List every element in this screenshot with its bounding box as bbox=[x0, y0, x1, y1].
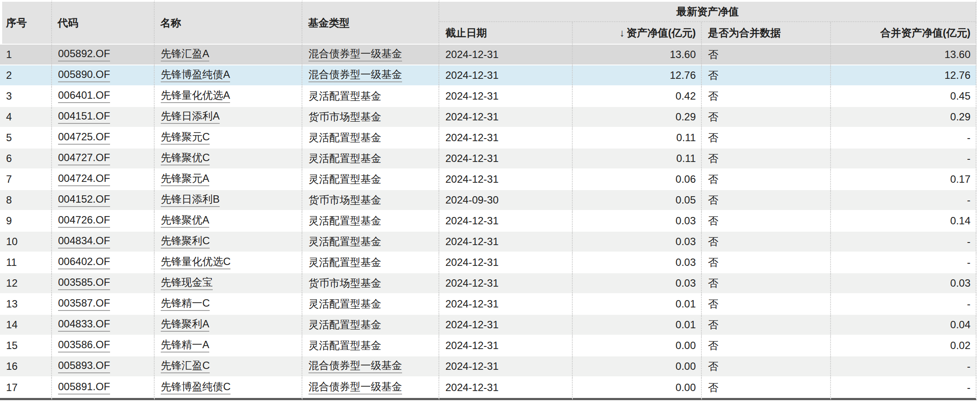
table-row[interactable]: 4 004151.OF 先锋日添利A 货币市场型基金 2024-12-31 0.… bbox=[0, 107, 977, 128]
fund-name-link[interactable]: 先锋聚元C bbox=[161, 131, 210, 145]
fund-name-cell: 先锋精一C bbox=[155, 294, 302, 315]
fund-type-text[interactable]: 混合债券型一级基金 bbox=[308, 48, 402, 62]
merged-nav-cell: - bbox=[831, 377, 977, 400]
is-merged-cell: 否 bbox=[702, 169, 831, 190]
fund-code-link[interactable]: 006402.OF bbox=[58, 255, 110, 270]
table-row[interactable]: 6 004727.OF 先锋聚优C 灵活配置型基金 2024-12-31 0.1… bbox=[0, 149, 977, 169]
fund-name-link[interactable]: 先锋汇盈A bbox=[161, 48, 209, 62]
end-date-cell: 2024-12-31 bbox=[439, 356, 573, 377]
fund-code-link[interactable]: 003585.OF bbox=[58, 276, 110, 291]
table-row[interactable]: 13 003587.OF 先锋精一C 灵活配置型基金 2024-12-31 0.… bbox=[0, 294, 977, 315]
fund-name-link[interactable]: 先锋汇盈C bbox=[161, 359, 210, 374]
table-row[interactable]: 9 004726.OF 先锋聚优A 灵活配置型基金 2024-12-31 0.0… bbox=[0, 211, 977, 232]
fund-name-cell: 先锋聚优A bbox=[155, 211, 302, 232]
table-row[interactable]: 17 005891.OF 先锋博盈纯债C 混合债券型一级基金 2024-12-3… bbox=[0, 377, 977, 400]
is-merged-cell: 否 bbox=[702, 149, 831, 169]
fund-code-link[interactable]: 004727.OF bbox=[58, 152, 110, 166]
fund-name-link[interactable]: 先锋日添利B bbox=[161, 193, 220, 207]
table-row[interactable]: 1 005892.OF 先锋汇盈A 混合债券型一级基金 2024-12-31 1… bbox=[0, 45, 977, 65]
fund-name-link[interactable]: 先锋聚优A bbox=[161, 214, 209, 228]
is-merged-cell: 否 bbox=[702, 336, 831, 356]
end-date-cell: 2024-12-31 bbox=[439, 86, 573, 107]
fund-code-link[interactable]: 005892.OF bbox=[58, 48, 110, 62]
table-row[interactable]: 16 005893.OF 先锋汇盈C 混合债券型一级基金 2024-12-31 … bbox=[0, 356, 977, 377]
fund-code-cell: 003585.OF bbox=[52, 273, 155, 294]
fund-type-text[interactable]: 混合债券型一级基金 bbox=[308, 381, 402, 395]
fund-type-text[interactable]: 混合债券型一级基金 bbox=[308, 68, 402, 83]
fund-code-link[interactable]: 004724.OF bbox=[58, 172, 110, 187]
table-row[interactable]: 15 003586.OF 先锋精一A 灵活配置型基金 2024-12-31 0.… bbox=[0, 336, 977, 356]
fund-name-link[interactable]: 先锋博盈纯债C bbox=[161, 381, 230, 395]
end-date-cell: 2024-12-31 bbox=[439, 128, 573, 149]
table-row[interactable]: 7 004724.OF 先锋聚元A 灵活配置型基金 2024-12-31 0.0… bbox=[0, 169, 977, 190]
fund-code-link[interactable]: 004833.OF bbox=[58, 318, 110, 332]
fund-name-link[interactable]: 先锋日添利A bbox=[161, 110, 220, 124]
column-header-nav[interactable]: ↓资产净值(亿元) bbox=[573, 22, 702, 45]
nav-value-cell: 0.11 bbox=[573, 149, 702, 169]
fund-name-link[interactable]: 先锋精一A bbox=[161, 339, 209, 353]
table-row[interactable]: 5 004725.OF 先锋聚元C 灵活配置型基金 2024-12-31 0.1… bbox=[0, 128, 977, 149]
fund-name-link[interactable]: 先锋量化优选A bbox=[161, 89, 230, 103]
is-merged-cell: 否 bbox=[702, 190, 831, 211]
fund-code-cell: 005892.OF bbox=[52, 45, 155, 65]
table-body: 1 005892.OF 先锋汇盈A 混合债券型一级基金 2024-12-31 1… bbox=[0, 45, 977, 400]
nav-value-cell: 0.00 bbox=[573, 336, 702, 356]
merged-nav-cell: 0.04 bbox=[831, 315, 977, 336]
fund-name-link[interactable]: 先锋量化优选C bbox=[161, 255, 230, 270]
fund-type-text: 灵活配置型基金 bbox=[308, 319, 381, 330]
table-row[interactable]: 11 006402.OF 先锋量化优选C 灵活配置型基金 2024-12-31 … bbox=[0, 252, 977, 273]
row-index-cell: 10 bbox=[0, 232, 52, 252]
fund-type-text: 灵活配置型基金 bbox=[308, 236, 381, 247]
table-row[interactable]: 10 004834.OF 先锋聚利C 灵活配置型基金 2024-12-31 0.… bbox=[0, 232, 977, 252]
fund-name-link[interactable]: 先锋博盈纯债A bbox=[161, 68, 230, 83]
fund-code-link[interactable]: 005893.OF bbox=[58, 359, 110, 374]
table-row[interactable]: 14 004833.OF 先锋聚利A 灵活配置型基金 2024-12-31 0.… bbox=[0, 315, 977, 336]
fund-type-cell: 灵活配置型基金 bbox=[302, 336, 439, 356]
fund-type-text: 货币市场型基金 bbox=[308, 194, 381, 206]
fund-code-link[interactable]: 004726.OF bbox=[58, 214, 110, 228]
merged-nav-cell: - bbox=[831, 232, 977, 252]
column-header-merged-nav[interactable]: 合并资产净值(亿元) bbox=[831, 22, 977, 45]
column-header-end-date[interactable]: 截止日期 bbox=[439, 22, 573, 45]
is-merged-cell: 否 bbox=[702, 65, 831, 86]
nav-value-cell: 0.11 bbox=[573, 128, 702, 149]
fund-code-link[interactable]: 003587.OF bbox=[58, 297, 110, 311]
fund-name-link[interactable]: 先锋聚利A bbox=[161, 318, 209, 332]
nav-value-cell: 12.76 bbox=[573, 65, 702, 86]
merged-nav-cell: - bbox=[831, 356, 977, 377]
fund-name-link[interactable]: 先锋聚优C bbox=[161, 152, 210, 166]
fund-type-cell: 混合债券型一级基金 bbox=[302, 356, 439, 377]
end-date-cell: 2024-09-30 bbox=[439, 190, 573, 211]
fund-code-link[interactable]: 005891.OF bbox=[58, 381, 110, 395]
column-header-name[interactable]: 名称 bbox=[155, 0, 302, 45]
table-row[interactable]: 2 005890.OF 先锋博盈纯债A 混合债券型一级基金 2024-12-31… bbox=[0, 65, 977, 86]
table-row[interactable]: 3 006401.OF 先锋量化优选A 灵活配置型基金 2024-12-31 0… bbox=[0, 86, 977, 107]
fund-code-link[interactable]: 004151.OF bbox=[58, 110, 110, 124]
fund-name-link[interactable]: 先锋聚利C bbox=[161, 235, 210, 249]
fund-code-link[interactable]: 005890.OF bbox=[58, 68, 110, 83]
merged-nav-cell: - bbox=[831, 294, 977, 315]
fund-name-link[interactable]: 先锋聚元A bbox=[161, 172, 209, 187]
table-row[interactable]: 8 004152.OF 先锋日添利B 货币市场型基金 2024-09-30 0.… bbox=[0, 190, 977, 211]
fund-type-text[interactable]: 混合债券型一级基金 bbox=[308, 359, 402, 374]
column-header-is-merged[interactable]: 是否为合并数据 bbox=[702, 22, 831, 45]
is-merged-cell: 否 bbox=[702, 211, 831, 232]
fund-code-link[interactable]: 006401.OF bbox=[58, 89, 110, 103]
fund-code-link[interactable]: 004152.OF bbox=[58, 193, 110, 207]
fund-code-link[interactable]: 004834.OF bbox=[58, 235, 110, 249]
fund-type-text: 货币市场型基金 bbox=[308, 111, 381, 123]
fund-name-cell: 先锋量化优选A bbox=[155, 86, 302, 107]
column-header-code[interactable]: 代码 bbox=[52, 0, 155, 45]
fund-type-cell: 混合债券型一级基金 bbox=[302, 45, 439, 65]
fund-name-link[interactable]: 先锋精一C bbox=[161, 297, 210, 311]
merged-nav-cell: 0.29 bbox=[831, 107, 977, 128]
row-index-cell: 7 bbox=[0, 169, 52, 190]
fund-code-link[interactable]: 004725.OF bbox=[58, 131, 110, 145]
fund-name-link[interactable]: 先锋现金宝 bbox=[161, 276, 213, 291]
end-date-cell: 2024-12-31 bbox=[439, 65, 573, 86]
column-header-type[interactable]: 基金类型 bbox=[302, 0, 439, 45]
table-row[interactable]: 12 003585.OF 先锋现金宝 货币市场型基金 2024-12-31 0.… bbox=[0, 273, 977, 294]
fund-name-cell: 先锋聚利A bbox=[155, 315, 302, 336]
row-index-cell: 5 bbox=[0, 128, 52, 149]
fund-code-link[interactable]: 003586.OF bbox=[58, 339, 110, 353]
